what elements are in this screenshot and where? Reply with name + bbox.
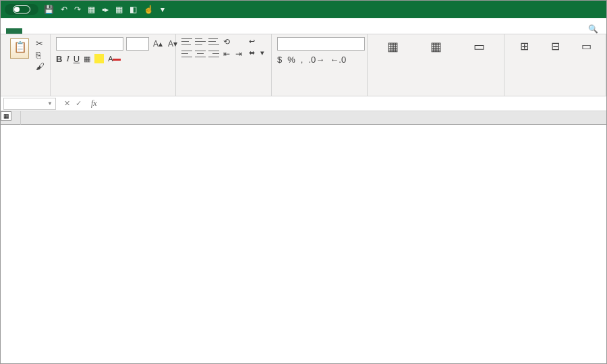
bold-button[interactable]: B (56, 54, 62, 64)
group-label (181, 93, 266, 96)
group-number: $ % , .0→ ←.0 (272, 34, 368, 96)
group-alignment: ⟲ ⇤ ⇥ ↩ ⬌▾ (176, 34, 272, 96)
format-icon: ▭ (578, 38, 594, 53)
insert-cells-button[interactable]: ⊞ (510, 38, 538, 55)
search-box[interactable]: 🔍 (588, 24, 601, 34)
wrap-text-button[interactable]: ↩ (249, 37, 264, 46)
align-center-icon[interactable] (195, 49, 206, 59)
qat-icon[interactable]: ▦ (88, 5, 95, 14)
format-cells-button[interactable]: ▭ (572, 38, 600, 55)
increase-decimal-icon[interactable]: .0→ (308, 55, 324, 65)
tab-file[interactable] (6, 28, 22, 34)
orientation-icon[interactable]: ⟲ (222, 37, 231, 47)
save-icon[interactable]: 💾 (44, 5, 54, 14)
chevron-down-icon: ▾ (260, 49, 264, 57)
autofill-options-icon[interactable]: ▦ (1, 111, 11, 121)
align-right-icon[interactable] (208, 49, 219, 59)
delete-cells-button[interactable]: ⊟ (541, 38, 569, 55)
cell-styles-button[interactable]: ▭ (459, 38, 498, 56)
paste-icon (10, 38, 29, 59)
ribbon-tabs: 🔍 (1, 18, 606, 34)
group-font: A▴ A▾ B I U ▦ A (51, 34, 176, 96)
merge-icon: ⬌ (249, 49, 255, 57)
group-clipboard: ✂ ⎘ 🖌 (1, 34, 51, 96)
percent-icon[interactable]: % (287, 55, 295, 65)
font-color-icon[interactable]: A (108, 55, 121, 63)
quick-access-toolbar: 💾 ↶ ↷ ▦ ▪▸ ▦ ◧ ☝ ▾ (44, 5, 165, 14)
wrap-icon: ↩ (249, 37, 255, 46)
paste-button[interactable] (6, 37, 33, 60)
qat-icon[interactable]: ◧ (129, 5, 137, 14)
increase-font-icon[interactable]: A▴ (152, 39, 164, 49)
underline-button[interactable]: U (74, 54, 80, 64)
format-as-table-button[interactable]: ▦ (416, 38, 455, 56)
align-bottom-icon[interactable] (208, 37, 219, 47)
qat-icon[interactable]: ▦ (115, 5, 123, 14)
merge-center-button[interactable]: ⬌▾ (249, 49, 264, 57)
comma-icon[interactable]: , (301, 55, 304, 65)
group-label (56, 93, 170, 96)
italic-button[interactable]: I (66, 53, 69, 64)
column-headers (21, 111, 606, 125)
conditional-formatting-button[interactable]: ▦ (373, 38, 412, 56)
font-name-select[interactable] (56, 37, 123, 51)
delete-icon: ⊟ (547, 38, 563, 53)
chevron-down-icon: ▼ (47, 100, 53, 107)
border-icon[interactable]: ▦ (84, 55, 90, 63)
spreadsheet-grid[interactable]: ▦ (1, 111, 606, 363)
conditional-formatting-icon: ▦ (383, 38, 402, 55)
touch-mode-icon[interactable]: ☝ (144, 5, 154, 14)
cancel-icon[interactable]: ✕ (64, 99, 70, 108)
ribbon: ✂ ⎘ 🖌 A▴ A▾ B I U ▦ A (1, 34, 606, 96)
currency-icon[interactable]: $ (277, 55, 282, 65)
search-icon: 🔍 (588, 24, 598, 34)
group-cells: ⊞ ⊟ ▭ (504, 34, 606, 96)
fill-color-icon[interactable] (94, 54, 104, 63)
increase-indent-icon[interactable]: ⇥ (234, 49, 243, 59)
qat-dropdown-icon[interactable]: ▾ (161, 5, 165, 14)
group-label (510, 93, 600, 96)
redo-icon[interactable]: ↷ (74, 5, 81, 14)
font-size-select[interactable] (126, 37, 149, 51)
toggle-off-icon (13, 5, 30, 13)
group-label (6, 93, 45, 96)
align-middle-icon[interactable] (195, 37, 206, 47)
cut-icon[interactable]: ✂ (36, 38, 45, 49)
format-painter-icon[interactable]: 🖌 (36, 61, 45, 71)
number-format-select[interactable] (277, 37, 365, 51)
decrease-indent-icon[interactable]: ⇤ (222, 49, 231, 59)
fx-icon[interactable]: fx (87, 98, 101, 109)
copy-icon[interactable]: ⎘ (36, 50, 45, 60)
group-label (277, 93, 362, 96)
formula-bar: ▼ ✕ ✓ fx (1, 96, 606, 111)
undo-icon[interactable]: ↶ (61, 5, 67, 14)
cell-styles-icon: ▭ (469, 38, 488, 55)
autosave-toggle[interactable] (5, 4, 38, 15)
title-bar: 💾 ↶ ↷ ▦ ▪▸ ▦ ◧ ☝ ▾ (1, 1, 606, 18)
align-left-icon[interactable] (181, 49, 192, 59)
group-label (373, 93, 498, 96)
qat-icon[interactable]: ▪▸ (102, 5, 109, 14)
group-styles: ▦ ▦ ▭ (368, 34, 504, 96)
table-icon: ▦ (426, 38, 445, 55)
align-top-icon[interactable] (181, 37, 192, 47)
enter-icon[interactable]: ✓ (76, 99, 82, 108)
decrease-decimal-icon[interactable]: ←.0 (330, 55, 346, 65)
insert-icon: ⊞ (516, 38, 532, 53)
name-box[interactable]: ▼ (3, 98, 56, 110)
